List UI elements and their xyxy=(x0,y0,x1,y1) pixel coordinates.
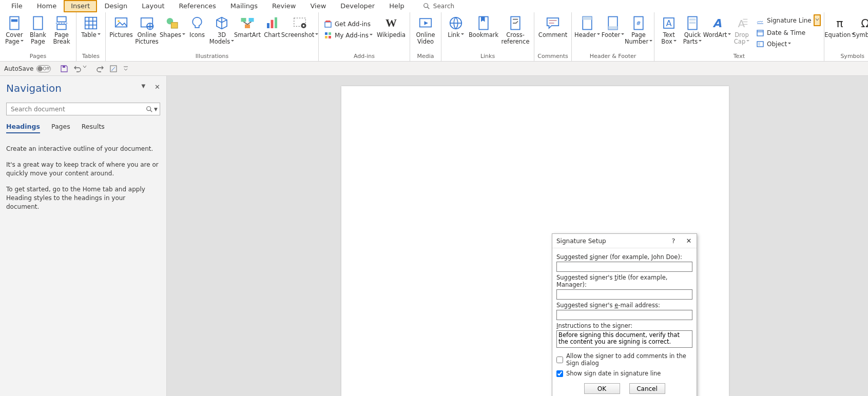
tab-developer[interactable]: Developer xyxy=(333,0,382,12)
svg-rect-21 xyxy=(245,25,250,29)
page-break-icon xyxy=(54,15,69,31)
screenshot-button[interactable]: Screenshot xyxy=(284,13,315,38)
page-number-button[interactable]: # Page Number xyxy=(626,13,651,45)
editor-icon[interactable] xyxy=(109,65,118,73)
svg-text:#: # xyxy=(636,20,641,27)
date-time-button[interactable]: Date & Time xyxy=(754,28,821,37)
tab-help[interactable]: Help xyxy=(382,0,412,12)
nav-tab-results[interactable]: Results xyxy=(82,123,105,133)
tab-home[interactable]: Home xyxy=(30,0,64,12)
equation-button[interactable]: π Equation xyxy=(827,13,852,38)
navigation-search-button[interactable]: ▼ xyxy=(144,106,160,113)
text-box-button[interactable]: A Text Box xyxy=(658,13,680,45)
blank-page-button[interactable]: Blank Page xyxy=(27,13,49,45)
allow-comments-checkbox[interactable] xyxy=(556,357,563,363)
cross-reference-button[interactable]: Cross- reference xyxy=(500,13,531,45)
smartart-button[interactable]: SmartArt xyxy=(235,13,260,38)
chart-icon xyxy=(264,15,280,31)
tell-me-search[interactable]: Search xyxy=(423,0,454,12)
group-links: Link Bookmark Cross- reference Links xyxy=(441,12,534,61)
wikipedia-icon: W xyxy=(385,16,397,30)
object-button[interactable]: Object xyxy=(754,39,821,49)
signature-line-button[interactable]: Signature Line xyxy=(754,16,814,25)
group-pages: Cover Page Blank Page Page Break Pages xyxy=(0,12,76,61)
svg-rect-32 xyxy=(329,36,331,38)
search-placeholder: Search xyxy=(433,3,454,10)
comment-icon xyxy=(545,15,561,31)
wikipedia-button[interactable]: W Wikipedia xyxy=(376,13,407,38)
shapes-button[interactable]: Shapes xyxy=(160,13,185,38)
svg-text:A: A xyxy=(666,18,671,28)
quick-parts-button[interactable]: Quick Parts xyxy=(681,13,704,45)
online-video-button[interactable]: Online Video xyxy=(413,13,438,45)
tab-references[interactable]: References xyxy=(172,0,223,12)
signer-input[interactable] xyxy=(556,262,692,272)
dialog-help-button[interactable]: ? xyxy=(666,237,681,245)
get-addins-button[interactable]: Get Add-ins xyxy=(322,19,375,29)
navigation-search-input[interactable] xyxy=(7,106,144,113)
instructions-textarea[interactable] xyxy=(556,330,692,348)
search-icon xyxy=(423,3,430,10)
tab-review[interactable]: Review xyxy=(265,0,303,12)
tab-design[interactable]: Design xyxy=(97,0,134,12)
chart-button[interactable]: Chart xyxy=(261,13,283,38)
wordart-icon: A xyxy=(713,17,722,30)
autosave-toggle[interactable]: AutoSave Off xyxy=(4,65,55,72)
ok-button[interactable]: OK xyxy=(584,383,620,394)
svg-rect-24 xyxy=(275,17,277,28)
link-button[interactable]: Link xyxy=(445,13,467,38)
navigation-search[interactable]: ▼ xyxy=(6,103,160,115)
footer-icon xyxy=(605,15,621,31)
pictures-button[interactable]: Pictures xyxy=(109,13,133,38)
dialog-close-button[interactable]: ✕ xyxy=(681,237,697,245)
svg-rect-20 xyxy=(249,18,254,22)
svg-rect-4 xyxy=(33,17,43,30)
3d-models-button[interactable]: 3D Models xyxy=(209,13,234,45)
instructions-label: Instructions to the signer: xyxy=(556,322,692,329)
undo-button[interactable] xyxy=(73,65,91,73)
page-break-button[interactable]: Page Break xyxy=(50,13,73,45)
cover-page-button[interactable]: Cover Page xyxy=(3,13,26,45)
signer-title-input[interactable] xyxy=(556,289,692,300)
nav-dropdown-icon[interactable]: ▼ xyxy=(141,83,145,91)
group-media: Online Video Media xyxy=(410,12,441,61)
svg-rect-23 xyxy=(271,20,274,28)
tab-view[interactable]: View xyxy=(303,0,333,12)
wordart-button[interactable]: A WordArt xyxy=(705,13,729,38)
svg-rect-19 xyxy=(241,18,246,22)
nav-close-icon[interactable]: ✕ xyxy=(155,83,160,91)
drop-cap-button[interactable]: A Drop Cap xyxy=(730,13,753,45)
tab-insert[interactable]: Insert xyxy=(64,0,97,12)
group-label-text: Text xyxy=(658,52,821,61)
group-header-footer: Header Footer # Page Number Header & Foo… xyxy=(572,12,654,61)
tab-file[interactable]: File xyxy=(4,0,30,12)
header-button[interactable]: Header xyxy=(575,13,600,38)
symbol-button[interactable]: Ω Symbol xyxy=(853,13,868,38)
comment-button[interactable]: Comment xyxy=(537,13,568,38)
signature-line-dropdown[interactable] xyxy=(814,14,821,26)
show-date-checkbox[interactable] xyxy=(556,370,563,377)
save-icon[interactable] xyxy=(60,65,68,73)
nav-tab-headings[interactable]: Headings xyxy=(6,123,40,133)
signer-label: Suggested signer (for example, John Doe)… xyxy=(556,253,692,261)
customize-qat-icon[interactable] xyxy=(123,65,131,73)
group-text: A Text Box Quick Parts A WordArt A Drop … xyxy=(654,12,824,61)
footer-button[interactable]: Footer xyxy=(601,13,625,38)
cancel-button[interactable]: Cancel xyxy=(629,383,665,394)
my-addins-button[interactable]: My Add-ins xyxy=(322,31,375,40)
group-label-media: Media xyxy=(413,52,438,61)
dialog-titlebar[interactable]: Signature Setup ? ✕ xyxy=(552,234,697,248)
icons-button[interactable]: Icons xyxy=(186,13,208,38)
signer-title-label: Suggested signer's title (for example, M… xyxy=(556,274,692,288)
tab-mailings[interactable]: Mailings xyxy=(223,0,265,12)
tab-layout[interactable]: Layout xyxy=(134,0,171,12)
table-button[interactable]: Table xyxy=(80,13,102,38)
document-area[interactable]: Signature Setup ? ✕ Suggested signer (fo… xyxy=(167,76,868,396)
online-pictures-button[interactable]: Online Pictures xyxy=(134,13,159,45)
redo-icon[interactable] xyxy=(96,65,104,73)
svg-rect-59 xyxy=(63,66,65,68)
signer-email-input[interactable] xyxy=(556,310,692,320)
bookmark-button[interactable]: Bookmark xyxy=(468,13,499,38)
nav-tab-pages[interactable]: Pages xyxy=(51,123,70,133)
link-icon xyxy=(448,15,464,31)
